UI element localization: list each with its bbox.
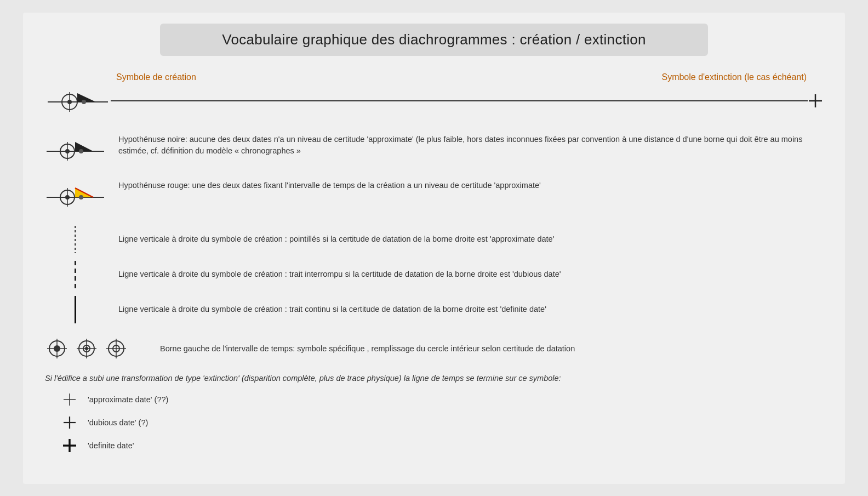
solid-line	[75, 296, 76, 323]
svg-point-15	[79, 149, 83, 153]
ext-item-definite: 'definite date'	[61, 438, 823, 453]
red-hyp-symbol	[47, 180, 104, 213]
ext-icon-approx	[61, 392, 78, 407]
bornes-row: Borne gauche de l'intervalle de temps: s…	[45, 337, 823, 361]
ext-icon-definite	[61, 438, 78, 453]
main-page: Vocabulaire graphique des diachrogrammes…	[23, 13, 845, 484]
ext-item-dubious: 'dubious date' (?)	[61, 415, 823, 430]
timeline-row	[45, 84, 823, 117]
ext-text-definite: 'definite date'	[88, 441, 134, 450]
extinction-intro: Si l'édifice a subi une transformation d…	[45, 374, 823, 383]
symbol-creation-label: Symbole de création	[116, 72, 237, 82]
extinction-cross-svg	[808, 93, 823, 109]
ext-text-dubious: 'dubious date' (?)	[88, 418, 148, 427]
black-hyp-symbol	[47, 134, 104, 167]
interrupted-vline-text: Ligne verticale à droite du symbole de c…	[118, 269, 561, 281]
bornes-icons	[45, 337, 155, 361]
svg-marker-5	[77, 93, 96, 102]
black-hyp-icon	[45, 134, 105, 167]
red-hyp-row: Hypothénuse rouge: une des deux dates fi…	[45, 180, 823, 213]
solid-vline-row: Ligne verticale à droite du symbole de c…	[45, 296, 823, 323]
svg-point-6	[82, 100, 86, 104]
interrupted-vline-icon	[45, 261, 105, 288]
black-hyp-text: Hypothénuse noire: aucune des deux dates…	[118, 134, 823, 158]
interrupted-vline-row: Ligne verticale à droite du symbole de c…	[45, 261, 823, 288]
ext-text-approx: 'approximate date' (??)	[88, 395, 168, 404]
svg-marker-14	[75, 142, 93, 151]
dotted-line	[75, 226, 76, 253]
timeline-line	[111, 100, 808, 101]
borne-empty-svg	[104, 337, 128, 361]
cross-thin-svg	[62, 392, 77, 407]
ext-icon-dubious	[61, 415, 78, 430]
bornes-text: Borne gauche de l'intervalle de temps: s…	[160, 344, 575, 353]
title-box: Vocabulaire graphique des diachrogrammes…	[160, 24, 708, 56]
cross-bold-svg	[62, 438, 77, 453]
cross-medium-svg	[62, 415, 77, 430]
dotted-vline-row: Ligne verticale à droite du symbole de c…	[45, 226, 823, 253]
borne-filled-svg	[45, 337, 69, 361]
extinction-section: Si l'édifice a subi une transformation d…	[45, 374, 823, 453]
creation-symbol-svg	[48, 84, 108, 117]
solid-vline-text: Ligne verticale à droite du symbole de c…	[118, 304, 546, 316]
borne-half-svg	[75, 337, 99, 361]
solid-vline-icon	[45, 296, 105, 323]
ext-item-approx: 'approximate date' (??)	[61, 392, 823, 407]
dotted-vline-icon	[45, 226, 105, 253]
red-hyp-icon	[45, 180, 105, 213]
page-title: Vocabulaire graphique des diachrogrammes…	[176, 31, 692, 48]
symbol-extinction-label: Symbole d'extinction (le cas échéant)	[661, 72, 807, 82]
black-hyp-row: Hypothénuse noire: aucune des deux dates…	[45, 134, 823, 167]
dotted-vline-text: Ligne verticale à droite du symbole de c…	[118, 233, 554, 246]
interrupted-line	[75, 261, 76, 288]
svg-point-23	[79, 195, 83, 199]
red-hyp-text: Hypothénuse rouge: une des deux dates fi…	[118, 180, 823, 192]
